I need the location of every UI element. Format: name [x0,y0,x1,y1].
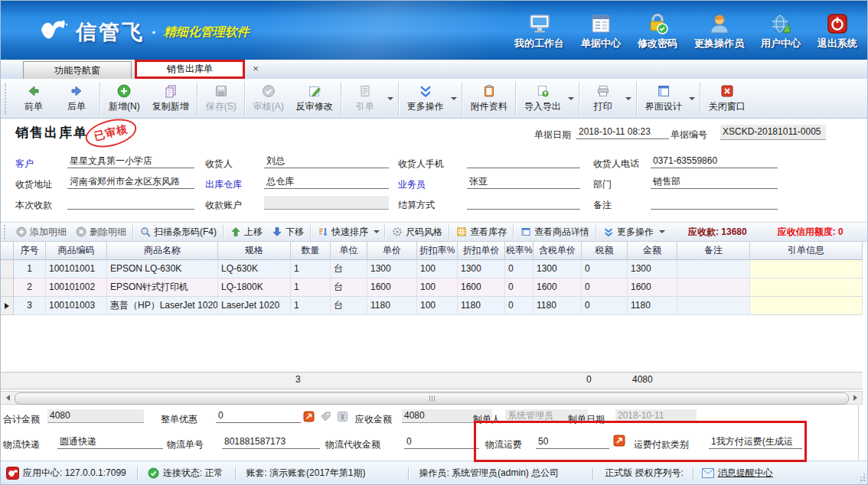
grid-header[interactable]: 含税单价 [534,242,582,260]
grid-cell[interactable] [750,297,863,315]
mobile-field[interactable] [467,155,580,168]
grid-cell[interactable]: 1300 [628,260,677,278]
courier-field[interactable]: 圆通快递 [57,435,163,449]
quick-sort-button[interactable]: 快速排序 [313,226,373,239]
workstation-button[interactable]: 我的工作台 [514,12,564,50]
grid-header[interactable]: 引单信息 [750,242,863,260]
grid-cell[interactable]: 1180 [367,297,417,315]
switch-operator-button[interactable]: 更换操作员 [694,12,744,50]
scrollbar-thumb[interactable] [15,392,849,405]
grid-header[interactable]: 备注 [677,242,750,260]
freight-calc-icon[interactable] [613,435,625,447]
grid-cell[interactable]: 1180 [628,297,677,315]
grid-cell[interactable]: LQ-1800K [218,278,291,297]
cod-amount-field[interactable]: 0 [404,435,479,449]
move-up-button[interactable]: 上移 [226,226,267,239]
grid-cell[interactable]: 1 [291,260,331,278]
grid-cell[interactable]: 100 [417,278,458,297]
grid-cell[interactable] [677,260,750,278]
chevron-down-icon[interactable] [659,230,665,233]
grid-cell[interactable] [677,278,750,297]
grid-cell[interactable]: 1600 [367,278,417,297]
salesman-field[interactable]: 张亚 [467,175,580,189]
grid-header[interactable]: 规格 [218,242,291,260]
chevron-down-icon[interactable] [387,97,393,100]
size-style-button[interactable]: 尺码风格 [387,226,447,239]
tab-close-icon[interactable]: × [250,62,262,76]
grid-header[interactable]: 数量 [291,242,331,260]
warehouse-field[interactable]: 总仓库 [264,175,389,189]
grid-header[interactable]: 单位 [331,242,367,260]
grid-cell[interactable]: 100101003 [46,297,107,315]
exit-system-button[interactable]: 退出系统 [817,12,857,50]
phone-field[interactable]: 0371-63559860 [651,155,778,168]
grid-cell[interactable]: 3 [14,297,46,315]
unaudit-button[interactable]: 反审修改 [290,80,339,118]
chevron-down-icon[interactable] [451,97,457,100]
copy-add-button[interactable]: 复制新增 [146,80,195,118]
view-product-detail-button[interactable]: 查看商品详情 [516,226,594,239]
doc-center-button[interactable]: 单据中心 [581,12,621,50]
chevron-down-icon[interactable] [568,97,574,100]
tab-function-nav[interactable]: 功能导航窗 [23,61,132,79]
grid-cell[interactable] [677,297,750,315]
dept-field[interactable]: 销售部 [651,175,778,189]
grid-cell[interactable]: 2 [14,278,46,297]
close-window-button[interactable]: 关闭窗口 [703,80,752,118]
chevron-down-icon[interactable] [689,97,695,100]
receipt-field[interactable] [67,196,194,210]
grid-cell[interactable]: 1 [14,260,46,278]
chevron-down-icon[interactable] [625,97,631,100]
grid-header[interactable]: 序号 [14,242,46,260]
grid-cell[interactable]: 1180 [534,297,582,315]
grid-cell[interactable]: 0 [582,260,628,278]
add-new-button[interactable]: 新增(N) [103,80,146,118]
grid-cell[interactable]: 100 [417,260,458,278]
import-export-button[interactable]: 导入导出 [518,80,567,118]
horizontal-scrollbar[interactable] [0,391,863,405]
scroll-right-button[interactable] [849,392,861,403]
grid-header[interactable]: 税率% [505,242,534,260]
ui-design-button[interactable]: 界面设计 [639,80,688,118]
salesman-label[interactable]: 业务员 [398,178,426,191]
view-stock-button[interactable]: 查看库存 [452,226,511,239]
scan-barcode-button[interactable]: 扫描条形码(F4) [135,226,221,239]
grid-cell[interactable]: 1 [291,278,331,297]
discount-field[interactable]: 0 [216,409,301,423]
grid-cell[interactable]: 100 [417,297,458,315]
scroll-left-button[interactable] [2,392,14,403]
grid-cell[interactable]: 1600 [458,278,505,297]
doc-date-field[interactable]: 2018-10-11 08:23 [576,125,669,139]
freight-pay-type-field[interactable]: 1我方付运费(生成运 [709,435,802,449]
discount-calc-icon[interactable] [303,411,315,422]
user-center-button[interactable]: 用户中心 [761,12,801,50]
grid-cell[interactable]: 1300 [458,260,505,278]
grid-header[interactable]: 商品名称 [107,242,218,260]
grid-cell[interactable] [750,260,863,278]
remark-field[interactable] [651,196,778,210]
grid-cell[interactable]: 台 [331,260,367,278]
grid-cell[interactable]: 1300 [367,260,417,278]
grid-header[interactable]: 税额 [582,242,628,260]
chevron-down-icon[interactable] [374,230,380,233]
tracking-no-field[interactable]: 801881587173 [222,435,320,449]
grid-cell[interactable]: 1600 [534,278,582,297]
grid-header[interactable]: 金额 [628,242,677,260]
resize-grip-icon[interactable] [863,480,865,481]
grid-cell[interactable]: 1600 [628,278,677,297]
grid-cell[interactable]: 1180 [458,297,505,315]
grid-header[interactable]: 折扣率% [417,242,458,260]
grid-cell[interactable]: LQ-630K [218,260,291,278]
print-button[interactable]: 打印 [582,80,625,118]
grid-cell[interactable]: 0 [582,278,628,297]
customer-label[interactable]: 客户 [15,158,34,171]
grid-cell[interactable]: 100101001 [46,260,107,278]
grid-header[interactable]: 折扣单价 [458,242,505,260]
change-password-button[interactable]: 修改密码 [638,12,677,50]
address-field[interactable]: 河南省郑州市金水区东风路 [67,175,194,189]
tab-sales-outbound[interactable]: 销售出库单 [135,60,245,79]
grid-cell[interactable]: 100101002 [46,278,107,297]
freight-field[interactable]: 50 [536,435,609,449]
grid-cell[interactable]: 0 [505,260,534,278]
grid-cell[interactable]: EPSON针式打印机 [107,278,218,297]
